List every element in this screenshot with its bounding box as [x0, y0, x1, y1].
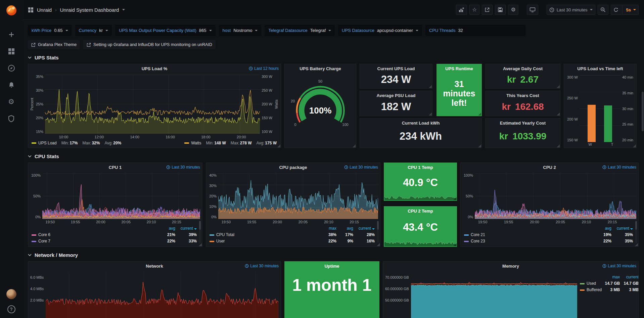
- panel-title[interactable]: CPU 1: [109, 165, 122, 170]
- server-admin-shield-icon[interactable]: [7, 115, 15, 123]
- panel-title[interactable]: UPS Runtime: [445, 66, 473, 71]
- legend-col-max[interactable]: max: [320, 225, 336, 232]
- breadcrumb-page-title[interactable]: Unraid System Dashboard: [60, 7, 119, 13]
- legend-col-avg[interactable]: avg: [594, 225, 611, 232]
- scrollbar-thumb[interactable]: [642, 92, 644, 131]
- chevron-down-icon: [590, 9, 593, 10]
- legend-series-name[interactable]: Watts: [191, 141, 201, 145]
- dashboards-icon[interactable]: [7, 47, 15, 55]
- variable-value: apcupsd-container: [377, 28, 413, 33]
- section-cpu-stats[interactable]: CPU Stats: [28, 153, 639, 159]
- legend-series-name[interactable]: UPS Load: [38, 141, 57, 145]
- save-dashboard-button[interactable]: [495, 5, 506, 15]
- legend-series-name[interactable]: Core 6: [38, 232, 50, 238]
- legend-series-name[interactable]: Core 21: [471, 232, 485, 238]
- panel-title[interactable]: Uptime: [324, 264, 339, 269]
- ups-stats-row: UPS Load % Last 12 hours Percent 35%30%2…: [28, 64, 639, 148]
- star-dashboard-button[interactable]: ☆: [469, 5, 479, 15]
- variable-telegraf-datasource[interactable]: Telegraf Datasource Telegraf: [265, 25, 335, 36]
- stat-value: kr2.67: [486, 73, 560, 88]
- panel-title[interactable]: UPS Load vs Time left: [577, 66, 623, 71]
- refresh-button[interactable]: 5s: [611, 5, 639, 15]
- panel-time-range[interactable]: Last 30 minutes: [602, 165, 636, 170]
- bar-time-left[interactable]: [604, 105, 612, 142]
- dashboard-link-plex-theme[interactable]: Grafana Plex Theme: [28, 40, 80, 49]
- configuration-gear-icon[interactable]: ⚙: [7, 98, 15, 106]
- panel-title[interactable]: Memory: [502, 264, 519, 269]
- legend-series-name[interactable]: Core 23: [471, 238, 485, 244]
- panel-title[interactable]: CPU 2 Temp: [408, 209, 433, 214]
- cpu2-chart[interactable]: [475, 173, 636, 219]
- panel-title[interactable]: CPU 1 Temp: [408, 165, 433, 170]
- panel-time-range[interactable]: Last 12 hours: [249, 66, 279, 71]
- cost-stat-column: Average Daily Cost kr2.67 This Years Cos…: [485, 64, 560, 148]
- time-range-picker[interactable]: Last 30 minutes: [547, 5, 595, 15]
- dashboard-settings-button[interactable]: ⚙: [508, 5, 518, 15]
- section-ups-stats[interactable]: UPS Stats: [28, 55, 639, 60]
- legend-col-current[interactable]: current: [353, 225, 375, 232]
- bar-chart: [580, 75, 620, 142]
- stat-value: 234 kWh: [360, 128, 481, 148]
- panel-title[interactable]: UPS Battery Charge: [300, 66, 341, 71]
- legend-series-name[interactable]: Used: [587, 280, 596, 287]
- panel-title[interactable]: CPU package: [279, 165, 307, 170]
- panel-title[interactable]: Average Daily Cost: [503, 66, 543, 71]
- bar-watts[interactable]: [588, 105, 596, 142]
- legend-series-name[interactable]: Core 7: [38, 238, 50, 244]
- panel-title[interactable]: Average PSU Load: [377, 93, 416, 98]
- panel-title[interactable]: CPU 2: [543, 165, 556, 170]
- add-panel-button[interactable]: [456, 5, 467, 15]
- legend-table: max current Used 14.7 GB 14.7 GB Buffere…: [577, 272, 636, 318]
- panel-memory: Memory Last 30 minutes 70.000000 GB60.00…: [383, 261, 639, 318]
- help-icon[interactable]: ?: [7, 305, 15, 313]
- create-plus-icon[interactable]: [7, 31, 15, 39]
- breadcrumb-app[interactable]: Unraid: [37, 7, 52, 13]
- legend-series-name[interactable]: User: [216, 238, 225, 244]
- memory-chart[interactable]: [411, 272, 577, 318]
- cycle-view-mode-button[interactable]: [527, 5, 538, 15]
- user-avatar[interactable]: [6, 289, 16, 299]
- variable-ups-datasource[interactable]: UPS Datasource apcupsd-container: [338, 25, 422, 36]
- variable-kwh-price[interactable]: kWh Price 0.65: [28, 25, 72, 36]
- panel-title[interactable]: Current Load kWh: [402, 121, 440, 126]
- scrollbar-thumb[interactable]: [635, 221, 637, 230]
- legend-series-name[interactable]: Buffered: [587, 287, 602, 293]
- legend-col-max[interactable]: max: [602, 274, 620, 280]
- zoom-out-time-button[interactable]: [598, 5, 608, 15]
- cpu1-chart[interactable]: [42, 173, 200, 219]
- panel-time-range[interactable]: Last 30 minutes: [602, 264, 636, 268]
- section-network-memory[interactable]: Network / Memory: [28, 252, 639, 258]
- alerting-bell-icon[interactable]: [7, 81, 15, 89]
- legend-col-current[interactable]: current: [175, 225, 197, 232]
- explore-compass-icon[interactable]: [7, 64, 15, 72]
- legend-col-current[interactable]: current: [611, 225, 633, 232]
- panel-title[interactable]: This Years Cost: [506, 93, 539, 98]
- scrollbar-thumb[interactable]: [199, 221, 201, 230]
- share-icon: [485, 7, 490, 12]
- variable-host[interactable]: host Nostromo: [219, 25, 262, 36]
- variable-ups-max-output[interactable]: UPS Max Output Power Capacity (Watt) 865: [115, 25, 215, 36]
- panel-title[interactable]: UPS Load %: [142, 66, 168, 71]
- panel-title[interactable]: Current UPS Load: [377, 66, 415, 71]
- variable-currency[interactable]: Currency kr: [75, 25, 112, 36]
- cpu-package-chart[interactable]: [218, 173, 378, 219]
- panel-title[interactable]: Estimated Yearly Cost: [500, 121, 546, 126]
- panel-time-range[interactable]: Last 30 minutes: [344, 165, 378, 170]
- grafana-logo[interactable]: [5, 4, 18, 16]
- legend-col-avg[interactable]: avg: [158, 225, 175, 232]
- cpu-threads-input[interactable]: [458, 28, 521, 33]
- panel-time-range[interactable]: Last 30 minutes: [245, 264, 279, 268]
- legend-col-avg[interactable]: avg: [336, 225, 353, 232]
- panel-this-years-cost: This Years Cost kr162.68: [485, 91, 560, 116]
- scrollbar-thumb[interactable]: [377, 221, 379, 230]
- panel-time-range[interactable]: Last 30 minutes: [166, 165, 200, 170]
- ups-load-chart[interactable]: [45, 75, 260, 134]
- panel-cpu2-temp: CPU 2 Temp 43.4 °C: [384, 206, 457, 247]
- dashboard-link-ups-monitoring-guide[interactable]: Setting up Grafana and InfluxDB for UPS …: [83, 40, 216, 49]
- legend-col-current[interactable]: current: [620, 274, 639, 280]
- network-chart[interactable]: [46, 272, 279, 318]
- panel-title[interactable]: Network: [146, 264, 163, 269]
- breadcrumb: Unraid › Unraid System Dashboard: [28, 7, 125, 13]
- legend-series-name[interactable]: CPU Total: [216, 232, 234, 238]
- share-dashboard-button[interactable]: [482, 5, 493, 15]
